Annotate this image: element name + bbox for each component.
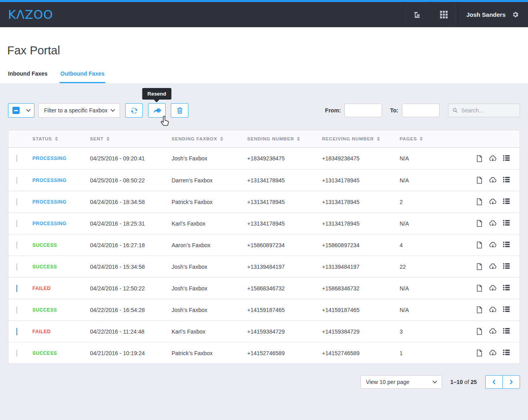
cell-receiving: +15868346732 bbox=[322, 285, 400, 292]
select-all-checkbox[interactable] bbox=[12, 107, 20, 114]
download-button[interactable] bbox=[489, 284, 497, 292]
table-footer: View 10 per page 1–10 of 25 bbox=[8, 375, 520, 389]
select-all-dropdown[interactable] bbox=[8, 103, 34, 118]
download-button[interactable] bbox=[489, 220, 497, 227]
download-button[interactable] bbox=[489, 198, 497, 206]
cell-receiving: +13139484197 bbox=[322, 264, 400, 270]
file-button[interactable] bbox=[476, 328, 483, 335]
details-list-icon bbox=[503, 263, 510, 269]
main-content: Filter to a specific Faxbox Resend bbox=[0, 103, 528, 389]
download-button[interactable] bbox=[489, 176, 497, 184]
details-list-button[interactable] bbox=[503, 284, 510, 292]
user-name: Josh Sanders bbox=[466, 11, 506, 18]
file-icon bbox=[476, 306, 483, 314]
file-button[interactable] bbox=[476, 176, 483, 184]
apps-menu-button[interactable] bbox=[430, 2, 457, 27]
details-list-button[interactable] bbox=[503, 176, 510, 184]
cell-pages: 22 bbox=[400, 264, 444, 270]
details-list-icon bbox=[503, 176, 510, 183]
search-box[interactable] bbox=[448, 104, 520, 117]
file-button[interactable] bbox=[476, 220, 483, 227]
column-header-sending-faxbox[interactable]: SENDING FAXBOX bbox=[172, 136, 247, 141]
cell-status: PROCESSING bbox=[32, 178, 90, 183]
range-total: 25 bbox=[470, 379, 477, 385]
row-checkbox[interactable] bbox=[16, 155, 17, 162]
cell-sending: +13134178945 bbox=[247, 177, 322, 184]
user-menu-button[interactable]: Josh Sanders bbox=[457, 2, 528, 27]
cell-faxbox: Josh’s Faxbox bbox=[172, 264, 247, 270]
column-header-sent[interactable]: SENT bbox=[90, 136, 172, 141]
cell-status: SUCCESS bbox=[32, 350, 90, 356]
cell-faxbox: Josh’s Faxbox bbox=[172, 285, 247, 292]
cell-sent: 04/24/2016 - 12:50:22 bbox=[90, 285, 172, 292]
details-list-button[interactable] bbox=[503, 349, 510, 357]
range-of-label: of bbox=[464, 379, 469, 385]
details-list-button[interactable] bbox=[503, 155, 510, 162]
prev-page-button[interactable] bbox=[485, 375, 503, 389]
download-button[interactable] bbox=[489, 241, 497, 249]
details-list-button[interactable] bbox=[503, 328, 510, 335]
resend-button[interactable]: Resend bbox=[148, 103, 166, 118]
download-button[interactable] bbox=[489, 328, 497, 335]
per-page-dropdown[interactable]: View 10 per page bbox=[360, 375, 442, 389]
download-button[interactable] bbox=[489, 306, 497, 314]
details-list-button[interactable] bbox=[503, 306, 510, 314]
file-icon bbox=[476, 284, 483, 292]
details-list-button[interactable] bbox=[503, 241, 510, 249]
cell-faxbox: Karl’s Faxbox bbox=[172, 220, 247, 227]
cell-pages: N/A bbox=[400, 307, 444, 313]
row-checkbox[interactable] bbox=[16, 198, 17, 206]
row-checkbox[interactable] bbox=[16, 242, 17, 249]
row-checkbox[interactable] bbox=[16, 350, 17, 357]
search-input[interactable] bbox=[461, 107, 516, 114]
to-date-input[interactable] bbox=[402, 104, 440, 117]
cell-sending: +14159384729 bbox=[247, 328, 322, 335]
file-button[interactable] bbox=[476, 155, 483, 162]
cell-faxbox: Patrick’s Faxbox bbox=[172, 199, 247, 205]
details-list-button[interactable] bbox=[503, 263, 510, 270]
tab-inbound-faxes[interactable]: Inbound Faxes bbox=[7, 70, 48, 83]
details-list-button[interactable] bbox=[503, 220, 510, 227]
per-page-label: View 10 per page bbox=[366, 379, 410, 385]
column-header-receiving-number[interactable]: RECEIVING NUMBER bbox=[322, 136, 400, 141]
cell-sent: 04/24/2016 - 18:34:58 bbox=[90, 199, 172, 205]
kazoo-logo[interactable]: KΛZOO bbox=[0, 2, 53, 27]
row-checkbox[interactable] bbox=[16, 220, 17, 227]
row-checkbox[interactable] bbox=[16, 285, 17, 292]
refresh-button[interactable] bbox=[125, 103, 143, 118]
file-button[interactable] bbox=[476, 306, 483, 314]
file-icon bbox=[476, 220, 483, 227]
column-header-sending-number[interactable]: SENDING NUMBER bbox=[247, 136, 322, 141]
cell-faxbox: Patrick’s Faxbox bbox=[172, 350, 247, 356]
column-header-pages[interactable]: PAGES bbox=[400, 136, 444, 141]
download-icon bbox=[489, 198, 497, 206]
details-list-button[interactable] bbox=[503, 198, 510, 206]
file-button[interactable] bbox=[476, 349, 483, 357]
from-date-input[interactable] bbox=[344, 104, 382, 117]
file-button[interactable] bbox=[476, 263, 483, 270]
file-button[interactable] bbox=[476, 284, 483, 292]
apps-grid-icon bbox=[440, 11, 448, 18]
row-checkbox[interactable] bbox=[16, 328, 17, 335]
file-button[interactable] bbox=[476, 198, 483, 206]
tab-outbound-faxes[interactable]: Outbound Faxes bbox=[60, 70, 105, 83]
row-checkbox[interactable] bbox=[16, 177, 17, 184]
cell-receiving: +18349238475 bbox=[322, 155, 400, 162]
sort-icon bbox=[220, 137, 223, 141]
cell-receiving: +13134178945 bbox=[322, 177, 400, 184]
sort-icon bbox=[55, 137, 58, 141]
cell-status: SUCCESS bbox=[32, 307, 90, 313]
next-page-button[interactable] bbox=[502, 375, 520, 389]
download-button[interactable] bbox=[489, 263, 497, 270]
delete-button[interactable] bbox=[171, 103, 188, 118]
row-checkbox[interactable] bbox=[16, 263, 17, 270]
file-button[interactable] bbox=[476, 241, 483, 249]
table-row: SUCCESS04/24/2016 - 16:27:18Aaron’s Faxb… bbox=[8, 234, 520, 256]
row-checkbox[interactable] bbox=[16, 306, 17, 314]
account-hierarchy-button[interactable] bbox=[404, 2, 430, 27]
faxbox-filter-dropdown[interactable]: Filter to a specific Faxbox bbox=[38, 103, 120, 118]
download-button[interactable] bbox=[489, 155, 497, 162]
download-button[interactable] bbox=[489, 349, 497, 357]
column-header-status[interactable]: STATUS bbox=[32, 136, 90, 141]
cell-sent: 04/25/2016 - 08:50:22 bbox=[90, 177, 172, 184]
